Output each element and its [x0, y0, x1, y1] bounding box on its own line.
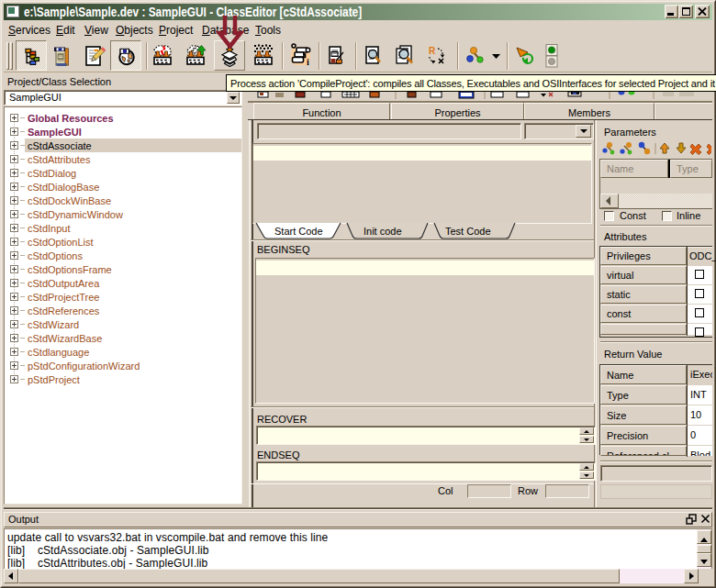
- svg-text:R: R: [429, 46, 436, 56]
- svg-text:i: i: [307, 57, 309, 67]
